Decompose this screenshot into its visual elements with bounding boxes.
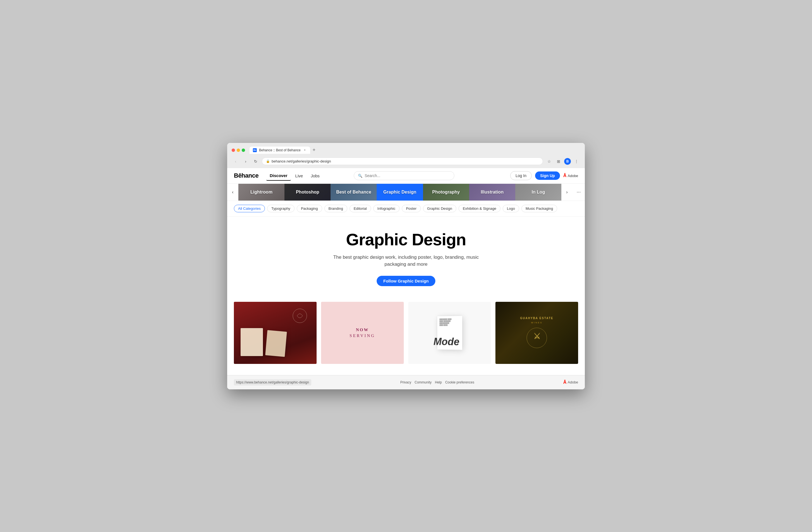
lock-icon: 🔒 <box>266 159 270 163</box>
behance-logo[interactable]: Bēhance <box>234 172 259 179</box>
pill-infographic[interactable]: Infographic <box>373 205 400 212</box>
footer-cookie-preferences[interactable]: Cookie preferences <box>445 380 474 384</box>
gallery-item-photoshop[interactable]: Photoshop <box>285 184 331 200</box>
search-bar[interactable]: 🔍 <box>354 171 454 180</box>
pill-branding[interactable]: Branding <box>324 205 347 212</box>
gallery-item-inlog[interactable]: In Log <box>515 184 561 200</box>
gallery-item-bestofbehance[interactable]: Best of Behance <box>331 184 377 200</box>
footer-links: Privacy Community Help Cookie preference… <box>400 380 474 384</box>
gallery-card-2[interactable]: NOW SERVING <box>321 302 404 364</box>
hero-title: Graphic Design <box>234 230 578 249</box>
hero-section: Graphic Design The best graphic design w… <box>227 216 585 297</box>
pill-typography[interactable]: Typography <box>267 205 294 212</box>
tab-close-button[interactable]: × <box>303 148 307 152</box>
adobe-label: Adobe <box>567 174 578 178</box>
address-bar[interactable]: 🔒 behance.net/galleries/graphic-design <box>262 157 543 165</box>
search-input[interactable] <box>365 173 450 178</box>
address-bar-row: ‹ › ↻ 🔒 behance.net/galleries/graphic-de… <box>227 156 585 168</box>
bookmark-button[interactable]: ☆ <box>545 157 553 165</box>
website-content: Bēhance Discover Live Jobs 🔍 Log In Sign… <box>227 168 585 389</box>
toolbar-actions: ☆ ⊞ B ⋮ <box>545 157 580 165</box>
browser-window: Be Behance :: Best of Behance × + ‹ › ↻ … <box>227 143 585 389</box>
extensions-button[interactable]: ⊞ <box>555 157 563 165</box>
pill-graphic-design[interactable]: Graphic Design <box>423 205 456 212</box>
category-pills: All Categories Typography Packaging Bran… <box>227 201 585 216</box>
tab-favicon: Be <box>253 148 257 152</box>
footer-adobe-symbol: Ā <box>563 380 567 385</box>
tab-bar: Be Behance :: Best of Behance × + <box>249 146 580 154</box>
login-button[interactable]: Log In <box>510 171 532 180</box>
footer-adobe-logo: Ā Adobe <box>563 380 578 385</box>
tab-title: Behance :: Best of Behance <box>259 148 301 152</box>
nav-jobs[interactable]: Jobs <box>307 171 323 180</box>
footer-community[interactable]: Community <box>415 380 432 384</box>
footer-adobe-label: Adobe <box>567 380 578 384</box>
behance-navbar: Bēhance Discover Live Jobs 🔍 Log In Sign… <box>227 168 585 184</box>
new-tab-button[interactable]: + <box>310 146 318 154</box>
nav-links: Discover Live Jobs <box>266 171 323 181</box>
minimize-traffic-light[interactable] <box>237 149 240 152</box>
pill-packaging[interactable]: Packaging <box>297 205 322 212</box>
gallery-item-graphicdesign[interactable]: Graphic Design <box>377 184 423 200</box>
gallery-item-illustration[interactable]: Illustration <box>469 184 515 200</box>
svg-text:⚔: ⚔ <box>533 332 540 341</box>
maximize-traffic-light[interactable] <box>242 149 245 152</box>
back-button[interactable]: ‹ <box>232 157 240 165</box>
svg-point-0 <box>293 309 307 323</box>
adobe-logo: Ā Adobe <box>563 173 578 178</box>
pill-logo[interactable]: Logo <box>503 205 519 212</box>
gallery-grid: NOW SERVING ████████ ████████ ██████████… <box>227 297 585 375</box>
pill-music-packaging[interactable]: Music Packaging <box>521 205 557 212</box>
signup-button[interactable]: Sign Up <box>535 171 560 180</box>
gallery-next-button[interactable]: › <box>561 184 572 200</box>
reload-button[interactable]: ↻ <box>252 157 260 165</box>
pill-exhibition-signage[interactable]: Exhibition & Signage <box>459 205 501 212</box>
browser-chrome: Be Behance :: Best of Behance × + ‹ › ↻ … <box>227 143 585 168</box>
follow-button[interactable]: Follow Graphic Design <box>377 276 436 286</box>
gallery-prev-button[interactable]: ‹ <box>227 184 238 200</box>
traffic-lights <box>232 149 245 152</box>
title-bar: Be Behance :: Best of Behance × + <box>227 143 585 156</box>
gallery-strip: ‹ Lightroom Photoshop Best of Behance Gr… <box>227 184 585 201</box>
gallery-item-photography[interactable]: Photography <box>423 184 469 200</box>
user-avatar-chrome[interactable]: B <box>564 158 571 165</box>
footer-url: https://www.behance.net/galleries/graphi… <box>234 379 311 386</box>
gallery-card-4[interactable]: Guahyba Estate Wines ⚔ <box>495 302 578 364</box>
footer-privacy[interactable]: Privacy <box>400 380 411 384</box>
close-traffic-light[interactable] <box>232 149 235 152</box>
adobe-symbol: Ā <box>563 173 567 178</box>
search-icon: 🔍 <box>358 174 362 178</box>
menu-button[interactable]: ⋮ <box>572 157 580 165</box>
page-footer: https://www.behance.net/galleries/graphi… <box>227 375 585 389</box>
pill-all-categories[interactable]: All Categories <box>234 205 265 212</box>
gallery-more-button[interactable]: ··· <box>572 184 585 200</box>
pill-poster[interactable]: Poster <box>402 205 421 212</box>
nav-live[interactable]: Live <box>292 171 306 180</box>
active-tab[interactable]: Be Behance :: Best of Behance × <box>249 146 310 154</box>
nav-discover[interactable]: Discover <box>266 171 291 181</box>
gallery-card-3[interactable]: ████████ ████████ █████████████████████ … <box>408 302 491 364</box>
forward-button[interactable]: › <box>242 157 249 165</box>
gallery-item-lightroom[interactable]: Lightroom <box>238 184 285 200</box>
gallery-card-1[interactable] <box>234 302 317 364</box>
gallery-strip-items: Lightroom Photoshop Best of Behance Grap… <box>238 184 561 200</box>
footer-help[interactable]: Help <box>435 380 442 384</box>
url-text: behance.net/galleries/graphic-design <box>272 159 331 163</box>
nav-right: Log In Sign Up Ā Adobe <box>510 171 578 180</box>
hero-subtitle: The best graphic design work, including … <box>322 254 490 268</box>
pill-editorial[interactable]: Editorial <box>350 205 371 212</box>
